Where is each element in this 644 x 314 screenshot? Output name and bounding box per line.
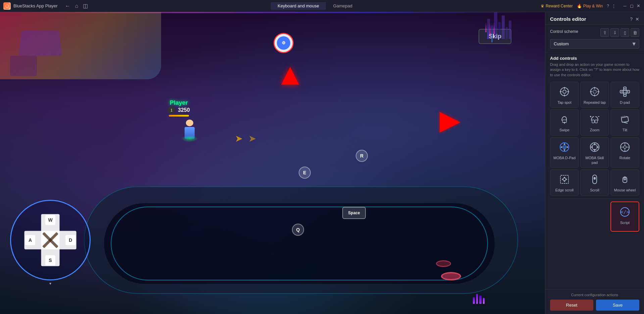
svg-point-8 [593, 90, 596, 93]
svg-marker-30 [563, 143, 565, 145]
play-win-btn[interactable]: 🔥 Play & Win [577, 4, 603, 8]
add-controls-title: Add controls [550, 56, 639, 61]
svg-point-41 [624, 146, 626, 148]
dpad-key-right: D [65, 235, 76, 245]
home-icon[interactable]: ⌂ [74, 2, 80, 10]
scheme-copy-btn[interactable]: ▯ [621, 28, 629, 37]
control-repeated-tap[interactable]: Repeated tap [580, 82, 609, 108]
platform-left [19, 31, 62, 56]
bottom-actions-label: Current configuration actions [550, 293, 639, 297]
svg-marker-47 [563, 177, 566, 178]
help-panel-icon[interactable]: ? [630, 16, 633, 22]
script-label: Script [620, 220, 630, 225]
svg-text:5: 5 [564, 146, 565, 149]
control-edge-scroll[interactable]: Edge scroll [550, 169, 579, 195]
zoom-icon [588, 113, 601, 126]
crystals [473, 294, 485, 304]
script-icon: </> [618, 206, 631, 218]
zoom-label: Zoom [590, 128, 599, 132]
add-controls-desc: Drag and drop an action on your game scr… [550, 62, 639, 78]
bottom-buttons: Reset Save [550, 300, 639, 311]
d-control-inner: ⭗ [277, 36, 290, 50]
neon-city [485, 22, 495, 42]
main-content: Skip ⭗ ▲ ▶ Player 1 3250 [0, 12, 644, 314]
app-logo [3, 2, 11, 10]
nav-controls: ← ⌂ ◫ [64, 2, 90, 10]
scheme-select[interactable]: Custom [550, 39, 639, 49]
panel-header-icons: ? ✕ [630, 16, 639, 22]
control-swipe[interactable]: Swipe [550, 109, 579, 135]
player-name: Player [168, 99, 190, 106]
svg-point-2 [563, 90, 566, 93]
scheme-delete-btn[interactable]: 🗑 [631, 28, 639, 37]
svg-rect-25 [621, 117, 629, 123]
game-area: Skip ⭗ ▲ ▶ Player 1 3250 [0, 12, 545, 314]
svg-point-35 [592, 144, 597, 150]
tab-keyboard[interactable]: Keyboard and mouse [271, 2, 326, 10]
control-script[interactable]: </> Script [610, 201, 639, 232]
control-moba-dpad[interactable]: 5 MOBA D-Pad [550, 137, 579, 168]
controls-panel: Controls editor ? ✕ Control scheme ⇧ ⇩ ▯… [545, 12, 644, 314]
edge-scroll-icon [558, 173, 571, 186]
scheme-action-buttons: ⇧ ⇩ ▯ 🗑 [600, 28, 639, 37]
donut-shape [441, 272, 461, 280]
svg-rect-46 [560, 175, 568, 183]
swipe-icon [558, 113, 571, 126]
dpad-icon [618, 85, 631, 98]
placed-d-control[interactable]: ⭗ [274, 33, 294, 53]
svg-marker-48 [563, 180, 566, 182]
arrow-right-indicator: ▶ [440, 104, 460, 136]
menu-icon[interactable]: ⋮ [612, 4, 616, 8]
windows-icon[interactable]: ◫ [82, 2, 89, 10]
svg-marker-17 [621, 91, 623, 93]
close-btn[interactable]: ✕ [636, 4, 641, 8]
scroll-icon [588, 173, 601, 186]
controls-separator [550, 198, 639, 199]
control-dpad[interactable]: D-pad [610, 82, 639, 108]
scheme-download-btn[interactable]: ⇩ [610, 28, 619, 37]
reward-center-btn[interactable]: ♛ Reward Center [541, 4, 573, 8]
svg-rect-21 [595, 120, 597, 123]
track-arrow-2: ➤ [248, 133, 256, 144]
tab-gamepad[interactable]: Gamepad [327, 2, 359, 10]
control-moba-skill[interactable]: MOBA Skill pad [580, 137, 609, 168]
svg-rect-20 [592, 120, 594, 123]
donut-shape-2 [436, 260, 451, 267]
svg-text:</>: </> [621, 209, 629, 215]
control-scroll[interactable]: Scroll [580, 169, 609, 195]
control-mouse-wheel[interactable]: Mouse wheel [610, 169, 639, 195]
control-tap-spot[interactable]: Tap spot [550, 82, 579, 108]
dpad-key-up: W [45, 215, 55, 225]
control-tilt[interactable]: Tilt [610, 109, 639, 135]
minimize-btn[interactable]: ─ [623, 4, 627, 8]
restore-btn[interactable]: ◻ [629, 4, 634, 8]
add-controls-section: Add controls Drag and drop an action on … [545, 52, 644, 289]
tab-bar: Keyboard and mouse Gamepad [92, 2, 538, 10]
dpad-label: D-pad [620, 100, 630, 105]
moba-skill-label: MOBA Skill pad [583, 155, 607, 165]
control-rotate[interactable]: Rotate [610, 137, 639, 168]
dpad-control[interactable]: W S A D ▼ [10, 200, 91, 280]
scroll-label: Scroll [590, 188, 599, 192]
scheme-upload-btn[interactable]: ⇧ [600, 28, 609, 37]
moba-skill-icon [588, 141, 601, 153]
svg-rect-19 [562, 120, 566, 123]
control-zoom[interactable]: Zoom [580, 109, 609, 135]
key-q-indicator: Q [292, 224, 304, 236]
track-arrow: ➤ [235, 133, 243, 144]
repeated-tap-icon [588, 85, 601, 98]
dpad-key-left: A [25, 235, 35, 245]
svg-marker-50 [565, 178, 567, 181]
tilt-label: Tilt [623, 128, 627, 132]
app-name: BlueStacks App Player [13, 3, 58, 8]
key-r-indicator: R [356, 150, 368, 162]
save-button[interactable]: Save [596, 300, 639, 311]
controls-grid: Tap spot Repeated tap [550, 82, 639, 195]
close-panel-icon[interactable]: ✕ [635, 16, 639, 22]
fire-icon: 🔥 [577, 4, 582, 8]
reset-button[interactable]: Reset [550, 300, 593, 311]
swipe-label: Swipe [559, 128, 569, 132]
player-info: Player 1 3250 [168, 99, 190, 117]
back-icon[interactable]: ← [64, 2, 72, 10]
help-icon[interactable]: ? [607, 4, 609, 8]
